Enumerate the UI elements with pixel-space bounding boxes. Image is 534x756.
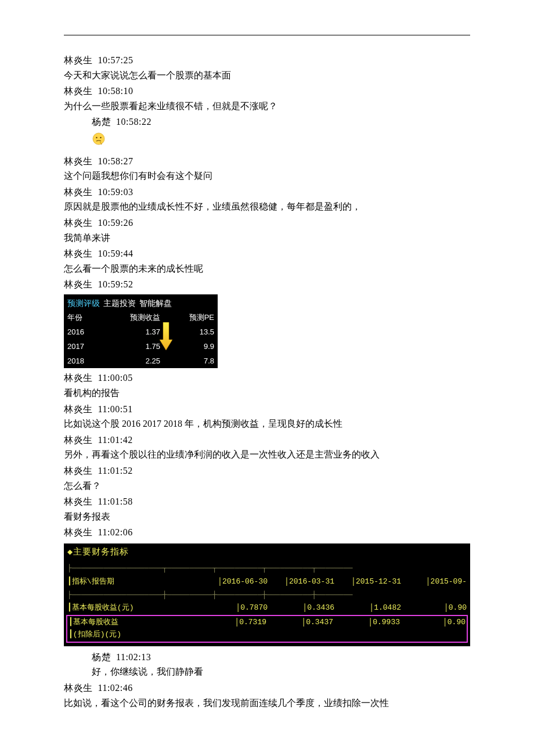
message-header: 林炎生 11:00:51 bbox=[64, 402, 470, 417]
message-time: 11:01:42 bbox=[98, 435, 133, 445]
hdr-period: │2015-12-31 bbox=[334, 576, 401, 588]
cell-income: 2.25 bbox=[102, 355, 160, 368]
financial-table: ◆主要财务指标├────────────────────┬──────────┬… bbox=[64, 543, 470, 646]
chat-message: 林炎生 11:01:58看财务报表 bbox=[64, 494, 470, 524]
tab-2[interactable]: 智能解盘 bbox=[139, 297, 172, 309]
sender-name: 林炎生 bbox=[64, 466, 93, 476]
sender-name: 林炎生 bbox=[64, 218, 93, 228]
message-header: 林炎生 11:00:05 bbox=[64, 370, 470, 386]
chat-message: 林炎生 10:58:10为什么一些股票看起来业绩很不错，但就是不涨呢？ bbox=[64, 84, 470, 113]
hdr-period: │2015-09- bbox=[401, 576, 467, 588]
thinking-emoji-icon bbox=[92, 132, 106, 146]
message-time: 10:58:22 bbox=[116, 117, 151, 127]
cell-income: 1.37 bbox=[102, 326, 160, 339]
forecast-table: 预测评级主题投资智能解盘年份预测收益预测PE20161.3713.520171.… bbox=[64, 294, 218, 369]
cell-label: ┃基本每股收益┃(扣除后)(元) bbox=[68, 617, 200, 641]
financial-divider: ├────────────────────┼──────────┼───────… bbox=[64, 589, 470, 602]
message-header: 林炎生 10:59:52 bbox=[64, 277, 470, 292]
svg-point-1 bbox=[96, 137, 97, 138]
message-text: 这个问题我想你们有时会有这个疑问 bbox=[64, 168, 470, 183]
message-text: 比如说这个股 2016 2017 2018 年，机构预测收益，呈现良好的成长性 bbox=[64, 416, 470, 431]
message-header: 林炎生 11:01:52 bbox=[64, 463, 470, 478]
hdr-metric: ┃指标\报告期 bbox=[67, 576, 201, 588]
message-time: 11:02:06 bbox=[98, 527, 133, 537]
cell-year: 2018 bbox=[67, 355, 102, 368]
message-time: 10:58:10 bbox=[98, 86, 134, 96]
chat-message: 林炎生 10:59:44怎么看一个股票的未来的成长性呢 bbox=[64, 246, 470, 276]
chat-message: 林炎生 10:59:52预测评级主题投资智能解盘年份预测收益预测PE20161.… bbox=[64, 277, 470, 368]
forecast-tabs: 预测评级主题投资智能解盘 bbox=[64, 294, 218, 311]
message-time: 11:02:13 bbox=[116, 652, 151, 662]
cell-label: ┃基本每股收益(元) bbox=[67, 602, 201, 614]
forecast-row: 20171.759.9 bbox=[64, 340, 218, 354]
message-time: 11:00:05 bbox=[98, 373, 133, 383]
message-time: 11:01:58 bbox=[98, 496, 133, 506]
svg-marker-3 bbox=[160, 322, 172, 350]
forecast-row: 20182.257.8 bbox=[64, 354, 218, 369]
message-time: 10:59:44 bbox=[98, 249, 134, 258]
message-text: 好，你继续说，我们静静看 bbox=[92, 664, 470, 679]
financial-divider: ├────────────────────┬──────────┬───────… bbox=[64, 562, 470, 575]
tab-1[interactable]: 主题投资 bbox=[103, 297, 136, 309]
sender-name: 林炎生 bbox=[64, 249, 93, 258]
message-text: 原因就是股票他的业绩成长性不好，业绩虽然很稳健，每年都是盈利的， bbox=[64, 199, 470, 214]
cell-value: │0.90 bbox=[400, 617, 466, 641]
forecast-header: 年份预测收益预测PE bbox=[64, 311, 218, 325]
sender-name: 林炎生 bbox=[64, 55, 93, 65]
message-header: 林炎生 10:59:26 bbox=[64, 215, 470, 231]
message-header: 林炎生 10:59:44 bbox=[64, 246, 470, 261]
financial-header: ┃指标\报告期│2016-06-30│2016-03-31│2015-12-31… bbox=[64, 575, 470, 589]
hdr-period: │2016-06-30 bbox=[201, 576, 268, 588]
chat-message: 林炎生 10:58:27这个问题我想你们有时会有这个疑问 bbox=[64, 154, 470, 183]
cell-value: │0.7870 bbox=[201, 602, 268, 614]
message-header: 林炎生 10:59:03 bbox=[64, 185, 470, 200]
sender-name: 杨楚 bbox=[92, 117, 111, 127]
sender-name: 林炎生 bbox=[64, 156, 93, 166]
sender-name: 林炎生 bbox=[64, 86, 93, 96]
chat-transcript: 林炎生 10:57:25今天和大家说说怎么看一个股票的基本面林炎生 10:58:… bbox=[64, 53, 470, 710]
message-time: 10:59:03 bbox=[98, 187, 134, 197]
message-text: 看财务报表 bbox=[64, 509, 470, 524]
cell-value: │0.9933 bbox=[333, 617, 400, 641]
tab-0[interactable]: 预测评级 bbox=[67, 297, 100, 309]
sender-name: 林炎生 bbox=[64, 187, 93, 197]
horizontal-rule bbox=[64, 35, 470, 35]
chat-message: 林炎生 10:59:03原因就是股票他的业绩成长性不好，业绩虽然很稳健，每年都是… bbox=[64, 185, 470, 214]
message-time: 10:57:25 bbox=[98, 55, 134, 65]
message-text: 怎么看？ bbox=[64, 478, 470, 494]
message-text: 怎么看一个股票的未来的成长性呢 bbox=[64, 261, 470, 276]
chat-message: 林炎生 11:01:42另外，再看这个股以往的业绩净利润的收入是一次性收入还是主… bbox=[64, 433, 470, 462]
financial-title: ◆主要财务指标 bbox=[64, 543, 470, 562]
sender-name: 林炎生 bbox=[64, 279, 93, 289]
sender-name: 杨楚 bbox=[92, 652, 111, 662]
cell-value: │0.3436 bbox=[268, 602, 334, 614]
sender-name: 林炎生 bbox=[64, 496, 93, 506]
message-text: 我简单来讲 bbox=[64, 231, 470, 246]
chat-message: 杨楚 11:02:13好，你继续说，我们静静看 bbox=[64, 650, 470, 679]
message-header: 林炎生 10:58:27 bbox=[64, 154, 470, 169]
financial-row-highlight: ┃基本每股收益┃(扣除后)(元)│0.7319│0.3437│0.9933│0.… bbox=[66, 615, 468, 643]
cell-value: │1.0482 bbox=[334, 602, 401, 614]
sender-name: 林炎生 bbox=[64, 527, 93, 537]
message-time: 11:00:51 bbox=[98, 404, 133, 414]
chat-message: 林炎生 11:01:52怎么看？ bbox=[64, 463, 470, 493]
message-text: 今天和大家说说怎么看一个股票的基本面 bbox=[64, 68, 470, 83]
sender-name: 林炎生 bbox=[64, 373, 93, 383]
cell-value: │0.3437 bbox=[266, 617, 333, 641]
message-header: 林炎生 11:02:06 bbox=[64, 525, 470, 540]
message-time: 10:58:27 bbox=[98, 156, 134, 166]
cell-income: 1.75 bbox=[102, 341, 160, 353]
message-time: 11:01:52 bbox=[98, 466, 133, 476]
forecast-row: 20161.3713.5 bbox=[64, 325, 218, 340]
message-header: 林炎生 11:02:46 bbox=[64, 681, 470, 696]
cell-pe: 7.8 bbox=[160, 355, 214, 368]
arrow-down-icon bbox=[160, 322, 172, 351]
cell-value: │0.7319 bbox=[200, 617, 266, 641]
message-text: 看机构的报告 bbox=[64, 386, 470, 401]
message-header: 杨楚 10:58:22 bbox=[92, 114, 470, 129]
message-text: 比如说，看这个公司的财务报表，我们发现前面连续几个季度，业绩扣除一次性 bbox=[64, 696, 470, 711]
message-header: 杨楚 11:02:13 bbox=[92, 650, 470, 665]
message-text: 另外，再看这个股以往的业绩净利润的收入是一次性收入还是主营业务的收入 bbox=[64, 447, 470, 462]
hdr-period: │2016-03-31 bbox=[268, 576, 334, 588]
message-time: 11:02:46 bbox=[98, 683, 133, 693]
